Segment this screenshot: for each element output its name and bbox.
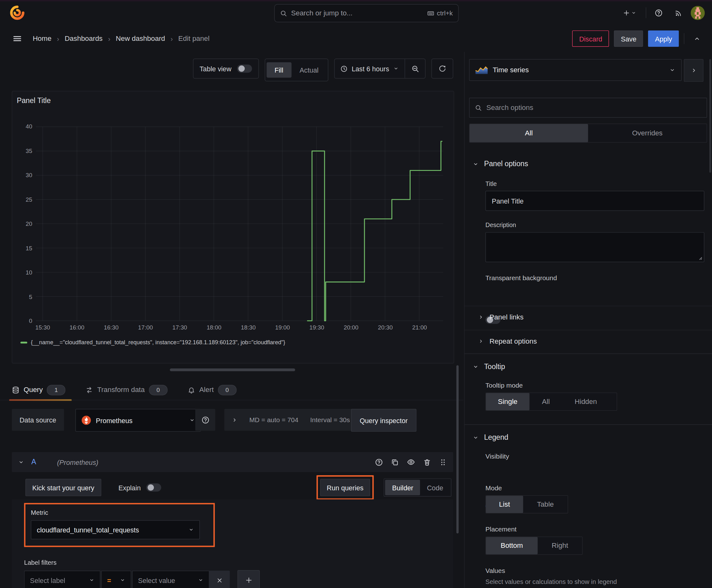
y-tick-label: 25 <box>26 196 33 204</box>
panel-title[interactable]: Panel Title <box>17 97 51 105</box>
tooltip-single-option[interactable]: Single <box>486 393 530 410</box>
y-tick-label: 40 <box>26 123 33 131</box>
placement-bottom-option[interactable]: Bottom <box>486 537 538 554</box>
run-queries-button[interactable]: Run queries <box>320 479 370 496</box>
datasource-picker[interactable]: Prometheus <box>75 409 201 432</box>
datasource-help-button[interactable] <box>195 409 215 430</box>
edit-actions: Discard Save Apply <box>572 30 705 47</box>
collapse-header-button[interactable] <box>689 31 705 46</box>
query-builder: Metric cloudflared_tunnel_total_requests… <box>12 499 453 588</box>
label-filter-row: Select label = Select value <box>24 570 453 588</box>
code-option[interactable]: Code <box>420 480 450 495</box>
y-axis-labels: 4035302520151050 <box>12 123 33 326</box>
x-tick-label: 17:00 <box>132 324 159 331</box>
add-new-button[interactable] <box>618 5 641 20</box>
panel-preview: Panel Title 4035302520151050 15:3016:001… <box>12 91 454 363</box>
sidebar-scrollbar[interactable] <box>709 59 711 173</box>
fill-actual-switch: Fill Actual <box>265 59 329 81</box>
tab-all[interactable]: All <box>470 124 588 142</box>
menu-icon[interactable] <box>13 34 22 43</box>
y-tick-label: 35 <box>26 147 33 155</box>
legend-series-marker[interactable] <box>20 342 27 344</box>
tooltip-all-option[interactable]: All <box>530 393 562 410</box>
metric-select[interactable]: cloudflared_tunnel_total_requests <box>31 520 200 539</box>
refresh-button[interactable] <box>431 59 453 79</box>
x-tick-label: 20:00 <box>338 324 365 331</box>
filter-operator-select[interactable]: = <box>102 571 131 588</box>
legend-table-option[interactable]: Table <box>523 496 567 513</box>
remove-filter-button[interactable] <box>209 571 230 588</box>
filter-label-select[interactable]: Select label <box>24 571 101 588</box>
options-search-input[interactable]: Search options <box>469 98 707 118</box>
duplicate-icon[interactable] <box>391 458 399 466</box>
apply-button[interactable]: Apply <box>648 30 679 47</box>
chart-legend: {__name__="cloudflared_tunnel_total_requ… <box>20 339 285 346</box>
explain-toggle[interactable] <box>146 483 161 491</box>
table-view-toggle[interactable] <box>237 64 252 72</box>
panel-title-input[interactable]: Panel Title <box>486 191 704 211</box>
breadcrumb-home[interactable]: Home <box>33 35 51 43</box>
chevron-down-icon <box>473 364 479 370</box>
tab-overrides[interactable]: Overrides <box>588 124 707 142</box>
breadcrumb-new-dashboard[interactable]: New dashboard <box>116 35 165 43</box>
user-avatar[interactable] <box>691 6 705 20</box>
filter-value-select[interactable]: Select value <box>132 571 209 588</box>
tab-alert[interactable]: Alert 0 <box>188 380 236 400</box>
hide-response-icon[interactable] <box>407 458 415 466</box>
legend-series-label[interactable]: {__name__="cloudflared_tunnel_total_requ… <box>31 339 285 346</box>
section-divider <box>465 353 712 354</box>
actual-option[interactable]: Actual <box>291 62 326 78</box>
fill-option[interactable]: Fill <box>266 62 291 78</box>
left-pane-scrollbar[interactable] <box>456 365 459 533</box>
breadcrumb-separator: › <box>108 35 110 43</box>
chart-plot-area[interactable] <box>36 127 443 321</box>
x-tick-label: 18:30 <box>235 324 262 331</box>
x-tick-label: 16:00 <box>63 324 91 331</box>
discard-button[interactable]: Discard <box>572 30 609 47</box>
help-circle-icon[interactable] <box>375 458 383 466</box>
resize-handle-icon[interactable] <box>697 254 703 260</box>
save-button[interactable]: Save <box>614 30 643 47</box>
placement-right-option[interactable]: Right <box>538 537 582 554</box>
search-icon <box>475 104 482 111</box>
pane-resize-handle[interactable] <box>170 369 295 371</box>
top-nav-actions <box>618 0 705 25</box>
legend-placement-label: Placement <box>486 526 516 533</box>
help-button[interactable] <box>651 5 666 20</box>
global-search-input[interactable]: Search or jump to... ctrl+k <box>274 4 459 22</box>
tab-transform-data[interactable]: Transform data 0 <box>85 380 167 400</box>
grafana-logo-icon[interactable] <box>9 4 25 21</box>
legend-values-hint: Select values or calculations to show in… <box>486 578 708 585</box>
datasource-row: Data source Prometheus MD = auto = 704 I… <box>12 409 453 430</box>
tooltip-header[interactable]: Tooltip <box>473 362 505 371</box>
kick-start-button[interactable]: Kick start your query <box>25 479 101 496</box>
query-row-header[interactable]: A (Prometheus) <box>12 452 453 472</box>
legend-values-label: Values <box>486 567 505 574</box>
visualization-name: Time series <box>493 66 664 74</box>
panel-links-header[interactable]: Panel links <box>478 313 524 321</box>
collapse-sidebar-button[interactable] <box>684 59 703 82</box>
repeat-options-header[interactable]: Repeat options <box>478 337 537 345</box>
news-button[interactable] <box>671 5 686 20</box>
chevron-right-icon <box>478 314 483 320</box>
zoom-out-button[interactable] <box>405 59 425 78</box>
panel-options-header[interactable]: Panel options <box>473 160 528 168</box>
delete-icon[interactable] <box>423 458 431 466</box>
drag-handle-icon[interactable] <box>439 458 447 466</box>
time-range-picker[interactable]: Last 6 hours <box>335 59 405 78</box>
query-inspector-button[interactable]: Query inspector <box>351 409 416 432</box>
visualization-picker[interactable]: Time series <box>469 59 682 81</box>
legend-header[interactable]: Legend <box>473 434 508 442</box>
search-shortcut: ctrl+k <box>427 9 453 17</box>
legend-list-option[interactable]: List <box>486 496 523 513</box>
tooltip-hidden-option[interactable]: Hidden <box>562 393 609 410</box>
breadcrumb-dashboards[interactable]: Dashboards <box>65 35 103 43</box>
builder-option[interactable]: Builder <box>385 480 420 495</box>
chevron-down-icon <box>188 527 194 532</box>
transform-icon <box>85 386 93 394</box>
tab-query[interactable]: Query 1 <box>12 380 66 400</box>
breadcrumb-edit-panel: Edit panel <box>178 35 210 43</box>
add-filter-button[interactable] <box>238 570 260 588</box>
description-textarea[interactable] <box>486 232 704 262</box>
max-data-points-stat: MD = auto = 704 <box>249 416 298 423</box>
